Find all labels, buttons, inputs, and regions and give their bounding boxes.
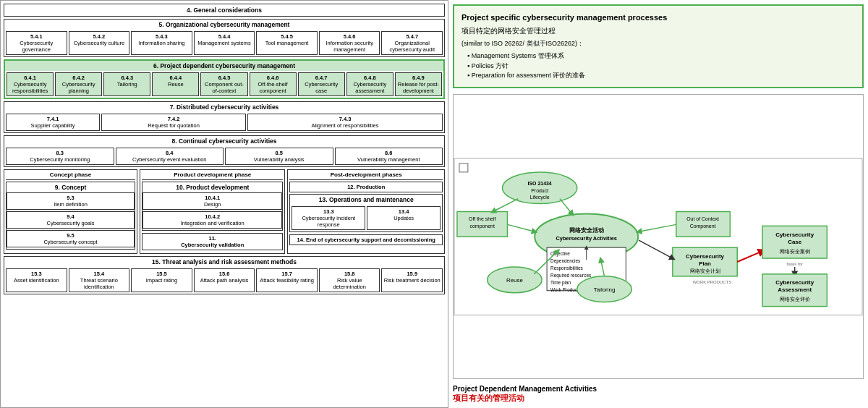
sec10-box: 10. Product development 10.4.1Design 10.… — [142, 182, 283, 231]
sec8-items: 8.3Cybersecurity monitoring 8.4Cybersecu… — [4, 146, 444, 166]
bullet-1: Management Systems 管理体系 — [467, 51, 855, 61]
svg-text:Cybersecurity: Cybersecurity — [775, 279, 814, 285]
diagram-svg: ISO 21434 Product Lifecycle Off the shel… — [454, 95, 863, 379]
item-14: 14. End of cybersecurity support and dec… — [289, 234, 443, 245]
svg-text:Work Products: Work Products — [550, 286, 581, 292]
item-85: 8.5Vulnerability analysis — [225, 148, 333, 165]
info-box: Project specific cybersecurity managemen… — [453, 4, 864, 88]
item-649: 6.4.9Release for post-development — [395, 72, 442, 96]
diagram-box: ISO 21434 Product Lifecycle Off the shel… — [453, 94, 864, 380]
footer-chinese: 项目有关的管理活动 — [453, 393, 864, 404]
svg-text:Reuse: Reuse — [506, 276, 524, 283]
item-83: 8.3Cybersecurity monitoring — [6, 148, 114, 165]
svg-text:网络安全评价: 网络安全评价 — [780, 296, 810, 301]
item-95: 9.5Cybersecurity concept — [7, 230, 135, 247]
item-645: 6.4.5Component out-of-context — [200, 72, 247, 96]
sec6-title: 6. Project dependent cybersecurity manag… — [5, 61, 443, 71]
item-647: 6.4.7Cybersecurity case — [298, 72, 345, 96]
svg-text:网络安全计划: 网络安全计划 — [690, 268, 720, 273]
svg-text:Tailoring: Tailoring — [594, 286, 616, 292]
sec4-title: 4. General considerations — [4, 4, 445, 17]
three-phases: Concept phase 9. Concept 9.3Item definit… — [4, 169, 445, 254]
svg-text:网络安全案例: 网络安全案例 — [780, 248, 810, 254]
item-644: 6.4.4Reuse — [152, 72, 199, 96]
sec15-items: 15.3Asset identification 15.4Threat scen… — [4, 267, 444, 294]
info-title: Project specific cybersecurity managemen… — [461, 12, 855, 24]
item-1041: 10.4.1Design — [142, 192, 282, 210]
item-153: 15.3Asset identification — [6, 268, 67, 292]
svg-text:component: component — [470, 224, 495, 229]
item-133: 13.3Cybersecurity incident response — [292, 206, 365, 230]
item-542: 5.4.2Cybersecurity culture — [69, 31, 130, 55]
item-646: 6.4.6Off-the-shelf component — [250, 72, 297, 96]
footer-title: Project Dependent Management Activities — [453, 385, 864, 393]
info-chinese-title: 项目特定的网络安全管理过程 — [461, 25, 855, 36]
svg-text:Cybersecurity: Cybersecurity — [686, 253, 725, 260]
left-panel: 4. General considerations 5. Organizatio… — [0, 0, 448, 408]
postdev-phase: Post-development phases 12. Production 1… — [287, 169, 445, 254]
info-similar: (similar to ISO 26262/ 类似于ISO26262)： — [461, 39, 855, 49]
item-544: 5.4.4Management systems — [194, 31, 255, 55]
item-154: 15.4Threat scenario identification — [69, 268, 130, 292]
svg-text:网络安全活动: 网络安全活动 — [569, 226, 604, 234]
svg-text:Out of Context: Out of Context — [686, 216, 719, 221]
item-84: 8.4Cybersecurity event evaluation — [116, 148, 224, 165]
info-bullets: Management Systems 管理体系 Policies 方针 Prep… — [461, 51, 855, 81]
item-1042: 10.4.2Integration and verification — [142, 211, 282, 229]
svg-text:Time plan: Time plan — [550, 279, 571, 285]
item-94: 9.4Cybersecurity goals — [7, 211, 135, 229]
item-545: 5.4.5Tool management — [256, 31, 318, 55]
sec7-title: 7. Distributed cybersecurity activities — [4, 102, 444, 112]
item-641: 6.4.1Cybersecurity responsibilities — [7, 72, 54, 96]
postdev-title: Post-development phases — [289, 171, 443, 180]
item-159: 15.9Risk treatment decision — [381, 268, 443, 292]
item-11: 11.Cybersecurity validation — [142, 233, 283, 250]
sec15-box: 15. Threat analysis and risk assessment … — [4, 256, 445, 294]
concept-title: Concept phase — [6, 171, 135, 180]
bullet-3: Preparation for assessment 评价的准备 — [467, 71, 855, 81]
item-12: 12. Production — [289, 182, 443, 192]
sec7-items: 7.4.1Supplier capability 7.4.2Request fo… — [4, 112, 444, 132]
svg-text:ISO 21434: ISO 21434 — [528, 180, 552, 185]
item-546: 5.4.6Information security management — [319, 31, 380, 55]
item-541: 5.4.1Cybersecurity governance — [6, 31, 67, 55]
svg-text:Lifecycle: Lifecycle — [530, 194, 550, 200]
item-134: 13.4Updates — [367, 206, 441, 230]
sec9-title: 9. Concept — [7, 182, 135, 192]
item-742: 7.4.2Request for quotation — [101, 114, 246, 131]
svg-text:Product: Product — [531, 187, 548, 192]
item-155: 15.5Impact rating — [131, 268, 192, 292]
sec10-title: 10. Product development — [142, 182, 282, 192]
svg-text:Cybersecurity Activities: Cybersecurity Activities — [556, 235, 616, 242]
sec8-title: 8. Continual cybersecurity activities — [4, 136, 444, 146]
sec5-box: 5. Organizational cybersecurity manageme… — [4, 19, 445, 57]
sec15-title: 15. Threat analysis and risk assessment … — [4, 257, 444, 267]
svg-text:Plan: Plan — [699, 260, 711, 266]
svg-text:Component: Component — [690, 224, 716, 229]
product-phase: Product development phase 10. Product de… — [140, 169, 285, 254]
sec13-box: 13. Operations and maintenance 13.3Cyber… — [289, 194, 443, 232]
sec5-title: 5. Organizational cybersecurity manageme… — [4, 20, 444, 30]
svg-text:Case: Case — [788, 239, 802, 245]
sec7-box: 7. Distributed cybersecurity activities … — [4, 101, 445, 133]
item-157: 15.7Attack feasibility rating — [256, 268, 318, 292]
sec9-box: 9. Concept 9.3Item definition 9.4Cyberse… — [6, 182, 135, 250]
bullet-2: Policies 方针 — [467, 61, 855, 72]
item-643: 6.4.3Tailoring — [103, 72, 150, 96]
item-743: 7.4.3Alignment of responsibilities — [247, 114, 443, 131]
sec8-box: 8. Continual cybersecurity activities 8.… — [4, 135, 445, 167]
svg-text:Cybersecurity: Cybersecurity — [775, 231, 814, 238]
item-86: 8.6Vulnerability management — [335, 148, 443, 165]
item-93: 9.3Item definition — [7, 192, 135, 210]
sec5-items: 5.4.1Cybersecurity governance 5.4.2Cyber… — [4, 30, 444, 56]
svg-text:Required resources: Required resources — [550, 272, 591, 278]
svg-text:Assessment: Assessment — [778, 286, 812, 292]
sec13-title: 13. Operations and maintenance — [290, 195, 442, 205]
project-dep-footer: Project Dependent Management Activities … — [453, 385, 864, 404]
svg-text:Objective: Objective — [550, 251, 570, 257]
item-156: 15.6Attack path analysis — [194, 268, 255, 292]
item-543: 5.4.3Information sharing — [131, 31, 192, 55]
svg-text:Responsibilities: Responsibilities — [550, 265, 583, 271]
product-title: Product development phase — [142, 171, 283, 180]
svg-text:WORK PRODUCTS: WORK PRODUCTS — [693, 279, 731, 284]
